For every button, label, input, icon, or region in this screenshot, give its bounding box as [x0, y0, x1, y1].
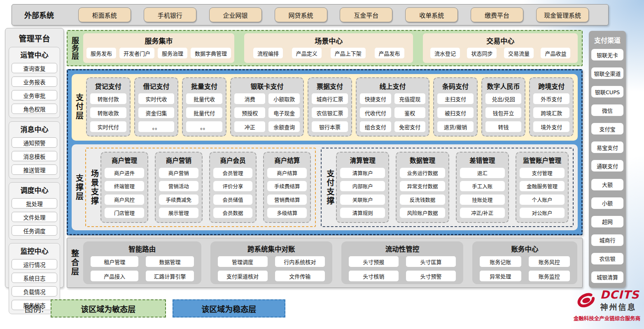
module-button[interactable]: 手工入账 — [460, 181, 505, 191]
module-button[interactable]: 数据字典管理 — [191, 48, 231, 58]
payment-channel-button[interactable]: 银联无卡 — [591, 49, 623, 60]
module-button[interactable]: 充值提现 — [394, 93, 426, 104]
module-button[interactable]: 代收代付 — [360, 107, 391, 118]
external-system-button[interactable]: 收单系统 — [405, 7, 458, 22]
module-button[interactable]: 预授权 — [234, 107, 266, 118]
module-button[interactable]: 头寸预报 — [349, 256, 399, 267]
module-button[interactable]: 清算账户 — [340, 168, 385, 178]
module-button[interactable]: 冲正/补正 — [460, 208, 505, 218]
module-button[interactable]: 清算规则 — [340, 208, 385, 218]
module-button[interactable]: 兑出/兑回 — [485, 93, 522, 104]
module-button[interactable]: 展示管理 — [159, 208, 198, 218]
management-function-button[interactable]: 推送管理 — [12, 164, 57, 175]
module-button[interactable]: 行内系统核对 — [275, 256, 325, 267]
module-button[interactable]: 头寸预警 — [406, 271, 456, 281]
external-system-button[interactable]: 现金管理系统 — [536, 7, 589, 22]
module-button[interactable]: 跨境汇款 — [533, 107, 569, 118]
payment-channel-button[interactable]: 微信 — [591, 104, 623, 116]
management-function-button[interactable]: 任务调度 — [12, 225, 57, 236]
module-button[interactable]: 账务监控 — [529, 271, 570, 281]
module-button[interactable]: 余额查询 — [268, 121, 300, 132]
module-button[interactable]: 评价分享 — [213, 181, 253, 191]
module-button[interactable]: 退货/撤销 — [437, 121, 474, 132]
module-button[interactable]: 营销活动 — [159, 181, 198, 191]
module-button[interactable]: 金融服务管理 — [520, 181, 565, 191]
module-button[interactable]: 会员数据 — [213, 208, 253, 218]
module-button[interactable]: 营销费结算 — [267, 195, 307, 205]
module-button[interactable]: 流程编排 — [253, 48, 283, 58]
module-button[interactable]: 关联账户 — [340, 195, 385, 205]
module-button[interactable]: 免密支付 — [394, 121, 426, 132]
management-function-button[interactable]: 批处理 — [12, 198, 57, 209]
module-button[interactable]: 手续费结算 — [267, 181, 307, 191]
module-button[interactable]: 鉴权 — [394, 107, 426, 118]
module-button[interactable]: 实时代付 — [90, 121, 126, 132]
management-function-button[interactable]: 查询查复 — [12, 63, 57, 73]
module-button[interactable]: 多级结算 — [267, 208, 307, 218]
module-button[interactable]: 城商行汇票 — [312, 93, 348, 104]
module-button[interactable]: 流水登记 — [430, 48, 460, 58]
module-button[interactable]: 门店管理 — [105, 208, 144, 218]
payment-channel-button[interactable]: 通联支付 — [591, 160, 623, 171]
module-button[interactable]: 内部账户 — [340, 181, 385, 191]
management-function-button[interactable]: 角色权限 — [12, 104, 57, 114]
module-button[interactable]: 终端管理 — [105, 181, 144, 191]
module-button[interactable]: 产品发布 — [375, 48, 404, 58]
external-system-button[interactable]: 网贷系统 — [275, 7, 327, 22]
module-button[interactable]: 境外支付 — [533, 121, 569, 132]
payment-channel-button[interactable]: 支付宝 — [591, 123, 623, 134]
module-button[interactable]: 退汇 — [460, 168, 505, 178]
module-button[interactable]: 转钱 — [485, 121, 522, 132]
module-button[interactable]: 商户进件 — [105, 168, 144, 178]
module-button[interactable]: 商户结算 — [267, 168, 307, 178]
module-button[interactable]: 风险账户数据 — [400, 208, 445, 218]
module-button[interactable]: 会员储值 — [213, 195, 253, 205]
module-button[interactable]: 会员管理 — [213, 168, 253, 178]
module-button[interactable]: 产品定义 — [292, 48, 322, 58]
module-button[interactable]: 批量代收 — [186, 93, 222, 104]
external-system-button[interactable]: 缴费平台 — [471, 7, 523, 22]
external-system-button[interactable]: 企业网银 — [209, 7, 262, 22]
module-button[interactable]: 商户风控 — [105, 195, 144, 205]
module-button[interactable]: 汇路计算引擎 — [146, 271, 194, 281]
payment-channel-button[interactable]: 超网 — [591, 216, 623, 227]
module-button[interactable]: 文件传输 — [275, 271, 325, 281]
module-button[interactable]: 电子现金 — [268, 107, 300, 118]
management-function-button[interactable]: 业务报表 — [12, 76, 57, 87]
module-button[interactable]: 钱包开立 — [485, 107, 522, 118]
module-button[interactable]: 组合支付 — [360, 121, 391, 132]
module-button[interactable]: 快捷支付 — [360, 93, 391, 104]
module-button[interactable]: 。。 — [186, 121, 222, 132]
payment-channel-button[interactable]: 易宝支付 — [591, 141, 623, 153]
module-button[interactable]: 开发者门户 — [119, 48, 154, 58]
module-button[interactable]: 。。 — [138, 121, 175, 132]
module-button[interactable]: 管理调度 — [218, 256, 268, 267]
module-button[interactable]: 租户管理 — [91, 256, 138, 267]
external-system-button[interactable]: 互金平台 — [340, 7, 392, 22]
management-function-button[interactable]: 文件处理 — [12, 212, 57, 222]
module-button[interactable]: 外币支付 — [533, 93, 569, 104]
external-system-button[interactable]: 手机银行 — [144, 7, 196, 22]
module-button[interactable]: 产品接入 — [91, 271, 138, 281]
module-button[interactable]: 转账收款 — [90, 107, 126, 118]
payment-channel-button[interactable]: 银联CUPS — [591, 86, 623, 97]
module-button[interactable]: 转账付款 — [90, 93, 126, 104]
module-button[interactable]: 交易流量 — [504, 48, 534, 58]
module-button[interactable]: 状态同步 — [467, 48, 497, 58]
management-function-button[interactable]: 负载情况 — [12, 286, 57, 297]
module-button[interactable]: 账务风控 — [529, 256, 570, 267]
module-button[interactable]: 产品收益 — [541, 48, 570, 58]
module-button[interactable]: 账务记账 — [480, 256, 521, 267]
module-button[interactable]: 异常支付数据 — [400, 181, 445, 191]
management-function-button[interactable]: 系统日志 — [12, 273, 57, 283]
module-button[interactable]: 业务运行数据 — [400, 168, 445, 178]
payment-channel-button[interactable]: 农信银 — [591, 253, 623, 264]
payment-channel-button[interactable]: 城商行 — [591, 234, 623, 246]
external-system-button[interactable]: 柜面系统 — [78, 7, 131, 22]
module-button[interactable]: 异常处理 — [480, 271, 521, 281]
payment-channel-button[interactable]: 银联全渠道 — [591, 67, 623, 79]
module-button[interactable]: 冲正 — [234, 121, 266, 132]
module-button[interactable]: 反洗钱数据 — [400, 195, 445, 205]
module-button[interactable]: 手续费减免 — [159, 195, 198, 205]
module-button[interactable]: 实时代收 — [138, 93, 175, 104]
